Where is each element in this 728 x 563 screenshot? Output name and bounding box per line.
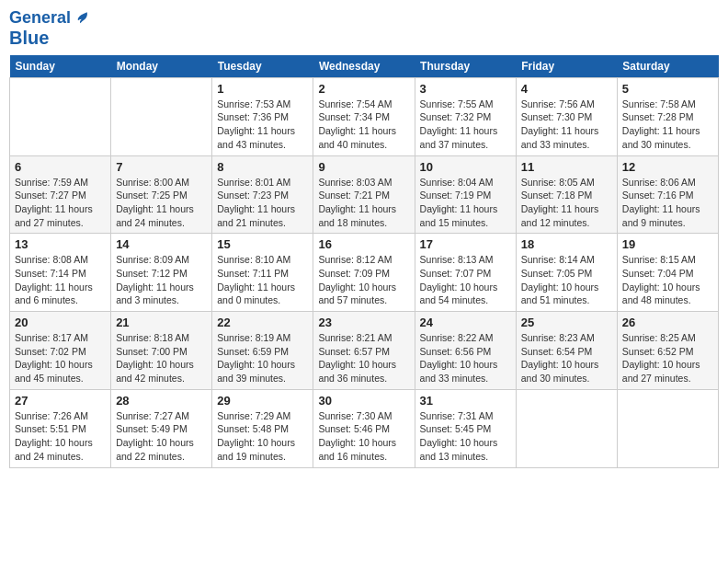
day-info: Sunrise: 8:05 AMSunset: 7:18 PMDaylight:… [521,176,612,230]
calendar-cell: 31Sunrise: 7:31 AMSunset: 5:45 PMDayligh… [415,389,516,467]
calendar-cell: 15Sunrise: 8:10 AMSunset: 7:11 PMDayligh… [212,234,313,312]
day-number: 15 [217,237,308,251]
day-info: Sunrise: 7:59 AMSunset: 7:27 PMDaylight:… [15,176,106,230]
day-number: 18 [521,237,612,251]
calendar-cell [111,77,212,155]
day-info: Sunrise: 7:55 AMSunset: 7:32 PMDaylight:… [420,98,511,152]
weekday-header-tuesday: Tuesday [212,55,313,78]
day-info: Sunrise: 7:30 AMSunset: 5:46 PMDaylight:… [318,409,409,464]
day-number: 28 [116,394,207,408]
day-info: Sunrise: 8:09 AMSunset: 7:12 PMDaylight:… [116,253,207,307]
day-number: 11 [521,160,612,174]
calendar-cell: 13Sunrise: 8:08 AMSunset: 7:14 PMDayligh… [10,234,111,312]
weekday-header-wednesday: Wednesday [313,55,415,78]
day-info: Sunrise: 8:13 AMSunset: 7:07 PMDaylight:… [420,253,511,307]
day-number: 16 [318,237,409,251]
day-number: 10 [420,160,511,174]
day-number: 23 [318,316,409,329]
day-info: Sunrise: 8:03 AMSunset: 7:21 PMDaylight:… [318,176,409,230]
calendar-cell: 27Sunrise: 7:26 AMSunset: 5:51 PMDayligh… [10,389,111,467]
day-number: 30 [318,394,409,408]
calendar-cell: 18Sunrise: 8:14 AMSunset: 7:05 PMDayligh… [516,234,617,312]
day-info: Sunrise: 8:17 AMSunset: 7:02 PMDaylight:… [15,331,106,385]
day-number: 17 [420,237,511,251]
day-info: Sunrise: 8:18 AMSunset: 7:00 PMDaylight:… [116,331,207,385]
calendar-cell: 29Sunrise: 7:29 AMSunset: 5:48 PMDayligh… [212,389,313,467]
day-info: Sunrise: 8:15 AMSunset: 7:04 PMDaylight:… [622,253,713,307]
day-info: Sunrise: 7:56 AMSunset: 7:30 PMDaylight:… [521,98,612,152]
calendar-cell: 19Sunrise: 8:15 AMSunset: 7:04 PMDayligh… [617,234,718,312]
calendar-cell: 8Sunrise: 8:01 AMSunset: 7:23 PMDaylight… [212,155,313,234]
day-info: Sunrise: 8:00 AMSunset: 7:25 PMDaylight:… [116,176,207,230]
calendar-cell: 30Sunrise: 7:30 AMSunset: 5:46 PMDayligh… [313,389,415,467]
page-header: General Blue [9,9,719,48]
calendar-table: SundayMondayTuesdayWednesdayThursdayFrid… [9,55,719,468]
day-number: 8 [217,160,308,174]
day-info: Sunrise: 8:14 AMSunset: 7:05 PMDaylight:… [521,253,612,307]
calendar-cell: 25Sunrise: 8:23 AMSunset: 6:54 PMDayligh… [516,312,617,390]
day-info: Sunrise: 8:21 AMSunset: 6:57 PMDaylight:… [318,331,409,385]
day-number: 1 [217,82,308,96]
day-info: Sunrise: 8:01 AMSunset: 7:23 PMDaylight:… [217,176,308,230]
day-info: Sunrise: 8:04 AMSunset: 7:19 PMDaylight:… [420,176,511,230]
day-info: Sunrise: 7:27 AMSunset: 5:49 PMDaylight:… [116,409,207,464]
weekday-header-saturday: Saturday [617,55,718,78]
calendar-cell: 11Sunrise: 8:05 AMSunset: 7:18 PMDayligh… [516,155,617,234]
calendar-cell: 24Sunrise: 8:22 AMSunset: 6:56 PMDayligh… [415,312,516,390]
calendar-cell: 9Sunrise: 8:03 AMSunset: 7:21 PMDaylight… [313,155,415,234]
day-number: 25 [521,316,612,329]
calendar-cell: 23Sunrise: 8:21 AMSunset: 6:57 PMDayligh… [313,312,415,390]
day-info: Sunrise: 8:10 AMSunset: 7:11 PMDaylight:… [217,253,308,307]
day-info: Sunrise: 8:22 AMSunset: 6:56 PMDaylight:… [420,331,511,385]
day-info: Sunrise: 7:53 AMSunset: 7:36 PMDaylight:… [217,98,308,152]
calendar-cell: 5Sunrise: 7:58 AMSunset: 7:28 PMDaylight… [617,77,718,155]
day-info: Sunrise: 8:08 AMSunset: 7:14 PMDaylight:… [15,253,106,307]
day-number: 20 [15,316,106,329]
weekday-header-monday: Monday [111,55,212,78]
day-info: Sunrise: 8:12 AMSunset: 7:09 PMDaylight:… [318,253,409,307]
calendar-cell: 4Sunrise: 7:56 AMSunset: 7:30 PMDaylight… [516,77,617,155]
calendar-cell: 1Sunrise: 7:53 AMSunset: 7:36 PMDaylight… [212,77,313,155]
day-number: 29 [217,394,308,408]
calendar-cell: 22Sunrise: 8:19 AMSunset: 6:59 PMDayligh… [212,312,313,390]
day-number: 9 [318,160,409,174]
day-number: 26 [622,316,713,329]
day-number: 2 [318,82,409,96]
day-info: Sunrise: 8:23 AMSunset: 6:54 PMDaylight:… [521,331,612,385]
calendar-cell: 17Sunrise: 8:13 AMSunset: 7:07 PMDayligh… [415,234,516,312]
day-info: Sunrise: 8:06 AMSunset: 7:16 PMDaylight:… [622,176,713,230]
day-number: 13 [15,237,106,251]
day-info: Sunrise: 8:25 AMSunset: 6:52 PMDaylight:… [622,331,713,385]
day-info: Sunrise: 7:58 AMSunset: 7:28 PMDaylight:… [622,98,713,152]
calendar-cell [516,389,617,467]
weekday-header-sunday: Sunday [10,55,111,78]
calendar-cell: 10Sunrise: 8:04 AMSunset: 7:19 PMDayligh… [415,155,516,234]
logo-text: General [9,9,71,28]
day-number: 27 [15,394,106,408]
day-info: Sunrise: 7:26 AMSunset: 5:51 PMDaylight:… [15,409,106,464]
calendar-cell [617,389,718,467]
day-number: 19 [622,237,713,251]
calendar-cell: 20Sunrise: 8:17 AMSunset: 7:02 PMDayligh… [10,312,111,390]
day-number: 6 [15,160,106,174]
day-number: 14 [116,237,207,251]
calendar-cell: 7Sunrise: 8:00 AMSunset: 7:25 PMDaylight… [111,155,212,234]
logo: General Blue [9,9,89,48]
day-number: 24 [420,316,511,329]
logo-bird-icon [73,10,89,27]
calendar-cell: 14Sunrise: 8:09 AMSunset: 7:12 PMDayligh… [111,234,212,312]
calendar-cell: 21Sunrise: 8:18 AMSunset: 7:00 PMDayligh… [111,312,212,390]
day-info: Sunrise: 7:31 AMSunset: 5:45 PMDaylight:… [420,409,511,464]
day-number: 21 [116,316,207,329]
calendar-cell: 12Sunrise: 8:06 AMSunset: 7:16 PMDayligh… [617,155,718,234]
calendar-cell: 6Sunrise: 7:59 AMSunset: 7:27 PMDaylight… [10,155,111,234]
calendar-cell: 3Sunrise: 7:55 AMSunset: 7:32 PMDaylight… [415,77,516,155]
day-number: 3 [420,82,511,96]
day-number: 4 [521,82,612,96]
calendar-cell: 16Sunrise: 8:12 AMSunset: 7:09 PMDayligh… [313,234,415,312]
calendar-cell: 2Sunrise: 7:54 AMSunset: 7:34 PMDaylight… [313,77,415,155]
day-info: Sunrise: 7:54 AMSunset: 7:34 PMDaylight:… [318,98,409,152]
weekday-header-thursday: Thursday [415,55,516,78]
day-info: Sunrise: 7:29 AMSunset: 5:48 PMDaylight:… [217,409,308,464]
calendar-cell: 26Sunrise: 8:25 AMSunset: 6:52 PMDayligh… [617,312,718,390]
